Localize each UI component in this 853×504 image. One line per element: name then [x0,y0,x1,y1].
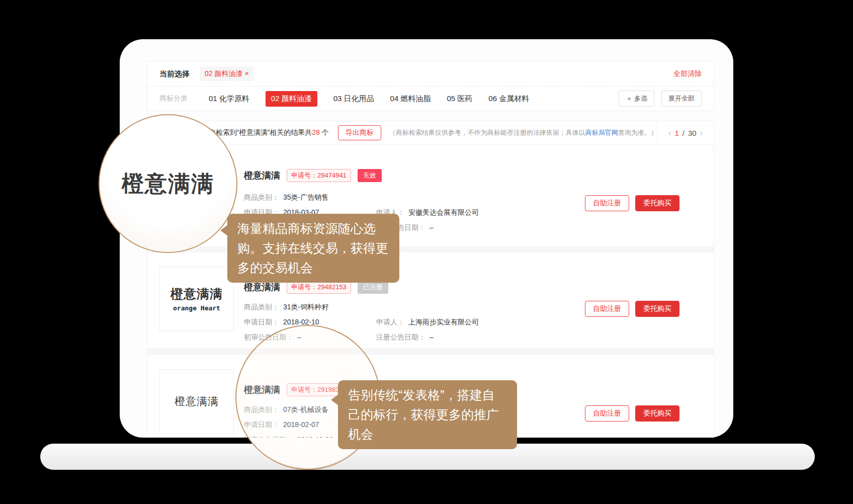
results-summary-suffix: 个 [320,128,329,136]
magnifier-circle-1: 橙意满满 [99,114,237,253]
tooltip-trade-resources: 海量精品商标资源随心选购。支持在线交易，获得更多的交易机会 [227,214,399,283]
current-page: 1 [674,129,678,137]
category-line: 商品类别：35类-广告销售 [244,193,563,202]
results-header: 为您在出售商标中检索到“橙意满满”相关的结果共28 个 导出商标 （商标检索结果… [147,121,714,145]
filter-panel: 当前选择 02 颜料油漆× 全部清除 商标分类 01 化学原料 02 颜料油漆 … [147,61,714,111]
field-value: 上海雨步实业有限公司 [408,318,479,326]
field-value: 2018-10-06 [297,436,333,438]
application-number-value: 29482153 [317,283,347,291]
trademark-image-text: 橙意满满 [170,286,223,302]
field-value: – [430,333,434,341]
row-gap [147,348,714,355]
multi-select-button[interactable]: ＋ 多选 [619,91,654,107]
prev-page-icon[interactable]: ‹ [668,128,671,138]
next-page-icon[interactable]: › [700,128,703,138]
current-selection-row: 当前选择 02 颜料油漆× 全部清除 [147,62,714,86]
field-value: 安徽美达会展有限公司 [408,208,479,216]
category-actions: ＋ 多选 展开全部 [619,91,702,107]
field-label: 商品类别： [244,193,279,201]
trademark-image-2: 橙意满满 orange Heart [159,267,234,331]
field-value: 2018-02-10 [283,318,319,326]
field-label: 商品类别： [244,303,279,311]
status-badge-invalid: 无效 [358,169,382,182]
tooltip-text: 海量精品商标资源随心选购。支持在线交易，获得更多的交易机会 [237,221,388,275]
disclaimer-prefix: （商标检索结果仅供参考，不作为商标能否注册的法律依据；具体以 [389,129,585,136]
field-label: 商品类别： [244,405,279,413]
field-label: 申请日期： [244,421,279,429]
publish-date-line: 初审公告日期：– 注册公告日期：– [244,333,563,342]
category-item-05[interactable]: 05 医药 [447,94,472,104]
entrust-buy-button[interactable]: 委托购买 [635,195,679,211]
tooltip-arrow-icon [331,394,338,405]
trademark-office-link[interactable]: 商标局官网 [585,129,618,136]
application-number-value: 29474941 [317,172,347,179]
trademark-image-3: 橙意满满 [159,369,234,434]
selected-filter-tag-label: 02 颜料油漆 [205,69,242,77]
row-actions: 自助注册 委托购买 [585,301,679,317]
field-value: – [430,223,434,231]
expand-all-button[interactable]: 展开全部 [661,91,702,107]
field-value: – [297,333,301,341]
field-value: 31类-饲料种籽 [283,303,328,311]
pagination: ‹ 1 / 30 › [657,121,714,144]
export-trademarks-button[interactable]: 导出商标 [338,125,381,140]
self-register-button[interactable]: 自助注册 [585,405,629,422]
entrust-buy-button[interactable]: 委托购买 [635,405,679,422]
field-label: 申请日期： [244,318,279,326]
disclaimer-suffix: 查询为准。） [618,129,657,136]
category-line: 商品类别：31类-饲料种籽 [244,303,563,312]
trademark-image-subtext: orange Heart [173,304,220,312]
category-item-04[interactable]: 04 燃料油脂 [390,94,431,104]
row-actions: 自助注册 委托购买 [585,195,679,211]
current-selection-label: 当前选择 [159,69,190,79]
marketing-mockup-canvas: 当前选择 02 颜料油漆× 全部清除 商标分类 01 化学原料 02 颜料油漆 … [0,0,853,504]
remove-filter-icon[interactable]: × [244,69,248,77]
trademark-title-line: 橙意满满 申请号：29474941 无效 [244,169,563,182]
field-value: 2018-02-07 [283,421,319,429]
tooltip-promotion: 告别传统“发表格”，搭建自己的标行，获得更多的推广机会 [338,380,517,449]
field-label: 初审公告日期： [244,436,293,438]
reg-publish-pair: 注册公告日期：– [376,333,434,342]
application-number-label: 申请号： [291,172,317,179]
category-item-06[interactable]: 06 金属材料 [488,94,529,104]
trademark-name: 橙意满满 [244,281,280,293]
category-item-03[interactable]: 03 日化用品 [333,94,374,104]
trademark-name: 橙意满满 [244,170,280,182]
applicant-pair: 申请人：上海雨步实业有限公司 [376,318,479,327]
total-pages: 30 [688,129,697,137]
field-label: 申请人： [376,318,404,326]
row-actions: 自助注册 委托购买 [585,405,679,422]
application-number-label: 申请号： [291,283,317,291]
field-label: 注册公告日期： [376,333,425,341]
tooltip-arrow-icon [220,225,228,236]
application-number-label: 申请号： [291,386,317,393]
selected-filter-tag[interactable]: 02 颜料油漆× [200,66,254,81]
results-count: 28 [312,128,320,136]
category-label: 商标分类 [159,94,188,103]
application-number-tag: 申请号：29474941 [287,169,351,182]
magnified-trademark-text: 橙意满满 [122,169,214,199]
trademark-image-text: 橙意满满 [175,394,219,408]
category-row: 商标分类 01 化学原料 02 颜料油漆 03 日化用品 04 燃料油脂 05 … [147,87,714,111]
laptop-screen: 当前选择 02 颜料油漆× 全部清除 商标分类 01 化学原料 02 颜料油漆 … [120,39,733,438]
page-separator: / [683,129,685,137]
self-register-button[interactable]: 自助注册 [585,301,629,317]
results-disclaimer: （商标检索结果仅供参考，不作为商标能否注册的法律依据；具体以商标局官网查询为准。… [389,128,657,137]
category-list: 01 化学原料 02 颜料油漆 03 日化用品 04 燃料油脂 05 医药 06… [209,91,529,107]
clear-all-button[interactable]: 全部清除 [673,69,702,78]
category-item-01[interactable]: 01 化学原料 [209,94,249,104]
self-register-button[interactable]: 自助注册 [585,195,629,211]
tooltip-text: 告别传统“发表格”，搭建自己的标行，获得更多的推广机会 [348,388,499,441]
entrust-buy-button[interactable]: 委托购买 [635,301,679,317]
category-item-02-selected[interactable]: 02 颜料油漆 [266,91,317,107]
field-value: 07类-机械设备 [283,405,328,413]
apply-date-line: 申请日期：2018-02-10 申请人：上海雨步实业有限公司 [244,318,563,327]
field-value: 35类-广告销售 [283,193,328,201]
field-label: 初审公告日期： [244,333,293,341]
trademark-name: 橙意满满 [244,384,280,396]
